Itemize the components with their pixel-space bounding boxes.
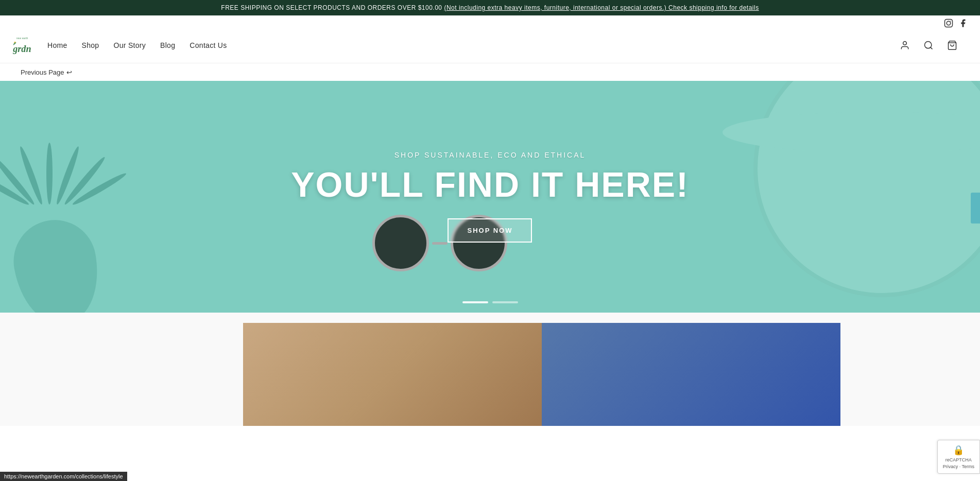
nav-shop[interactable]: Shop	[82, 41, 99, 49]
hero-indicator-2[interactable]	[492, 301, 518, 303]
announcement-link[interactable]: (Not including extra heavy items, furnit…	[444, 4, 759, 11]
hero-subtitle: SHOP SUSTAINABLE, ECO AND ETHICAL	[291, 151, 689, 159]
announcement-text: FREE SHIPPING ON SELECT PRODUCTS AND ORD…	[221, 4, 442, 11]
nav-left: new earth grdn Home Shop Our Story Blog …	[10, 32, 227, 59]
svg-text:grdn: grdn	[12, 44, 31, 54]
hero-title: YOU'LL FIND IT HERE!	[291, 165, 689, 204]
svg-point-1	[947, 21, 951, 25]
logo[interactable]: new earth grdn	[10, 32, 37, 59]
svg-point-2	[950, 21, 951, 22]
svg-point-7	[925, 42, 932, 48]
previous-page-label: Previous Page	[21, 68, 64, 76]
leaf-2	[18, 145, 44, 205]
cards-section	[0, 313, 980, 426]
svg-line-8	[931, 47, 933, 49]
svg-text:new earth: new earth	[16, 37, 28, 40]
social-row	[0, 15, 980, 28]
search-button[interactable]	[921, 38, 936, 53]
card-right[interactable]	[542, 323, 840, 426]
instagram-icon[interactable]	[944, 19, 953, 28]
nav-right	[898, 38, 959, 53]
svg-point-6	[903, 42, 907, 45]
announcement-bar: FREE SHIPPING ON SELECT PRODUCTS AND ORD…	[0, 0, 980, 15]
leaf-4	[54, 145, 81, 205]
nav-home[interactable]: Home	[47, 41, 67, 49]
leaf-3	[46, 143, 53, 204]
hero-shop-now-button[interactable]: SHOP NOW	[448, 218, 532, 243]
svg-rect-0	[945, 20, 953, 27]
nav-our-story[interactable]: Our Story	[113, 41, 146, 49]
hero-indicator-1[interactable]	[462, 301, 488, 303]
hero-banner: SHOP SUSTAINABLE, ECO AND ETHICAL YOU'LL…	[0, 81, 980, 313]
previous-page-link[interactable]: Previous Page ↩	[21, 68, 72, 76]
hero-text: SHOP SUSTAINABLE, ECO AND ETHICAL YOU'LL…	[291, 151, 689, 243]
leaf-6	[0, 171, 30, 207]
header: new earth grdn Home Shop Our Story Blog …	[0, 28, 980, 63]
card-left[interactable]	[243, 323, 542, 426]
previous-page-arrow: ↩	[66, 68, 72, 76]
account-button[interactable]	[898, 38, 912, 53]
nav-blog[interactable]: Blog	[160, 41, 175, 49]
cart-button[interactable]	[945, 38, 959, 53]
facebook-icon[interactable]	[958, 19, 968, 28]
nav-contact-us[interactable]: Contact Us	[190, 41, 227, 49]
nav-links: Home Shop Our Story Blog Contact Us	[47, 41, 227, 50]
hero-indicators	[462, 301, 518, 303]
right-edge-element[interactable]	[971, 193, 980, 224]
previous-page-bar: Previous Page ↩	[0, 63, 980, 81]
